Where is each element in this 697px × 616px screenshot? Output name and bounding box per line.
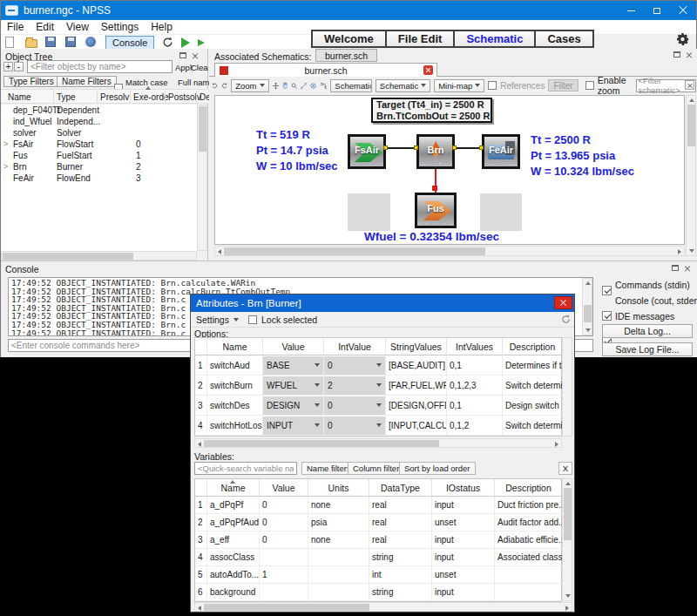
opt-col-intvalue[interactable]: IntValue <box>324 338 386 355</box>
tree-row-feair[interactable]: FeAirFlowEnd3 <box>1 173 197 185</box>
close-panel-icon[interactable] <box>193 53 198 58</box>
var-col-value[interactable]: Value <box>260 479 308 497</box>
opt-col-value[interactable]: Value <box>263 338 324 355</box>
target-annotation-box[interactable]: Target (Tt4_in) = 2500 R Brn.TtCombOut =… <box>371 98 492 123</box>
settings-menu[interactable]: Settings <box>196 315 229 325</box>
col-presolve[interactable]: Presolv <box>100 92 129 102</box>
save-icon[interactable] <box>45 37 58 48</box>
rotate-left-icon[interactable] <box>212 81 218 91</box>
commands-stdin-checkbox[interactable] <box>602 286 612 295</box>
block-fus[interactable]: Fus ment::FuelS <box>415 193 457 228</box>
assoc-schematic-tab[interactable]: burner.sch <box>315 49 377 62</box>
gear-icon[interactable] <box>677 33 689 45</box>
close-panel-icon[interactable] <box>685 266 690 271</box>
schematic-vars-button[interactable]: Schematic Va <box>330 79 372 92</box>
var-col-datatype[interactable]: DataType <box>369 479 432 497</box>
save-schematic-icon[interactable] <box>220 66 228 75</box>
schematic-canvas[interactable]: Target (Tt4_in) = 2500 R Brn.TtCombOut =… <box>214 95 685 245</box>
option-intvalue-dropdown[interactable]: 0 <box>324 416 386 436</box>
variable-value[interactable] <box>260 584 308 601</box>
col-type[interactable]: Type <box>57 92 76 102</box>
delta-log-button[interactable]: Delta Log... <box>602 324 693 338</box>
object-filter-input[interactable] <box>27 60 173 73</box>
variable-value[interactable]: 0 <box>260 497 308 514</box>
maximize-button[interactable] <box>644 1 670 20</box>
console-cout-checkbox[interactable] <box>602 311 612 321</box>
var-col-iostatus[interactable]: IOstatus <box>432 479 495 497</box>
schematic-mode-select[interactable]: Schematic <box>376 79 430 92</box>
block-feair[interactable]: FeAir ment::FlowE <box>482 134 520 169</box>
variable-value[interactable]: 0 <box>260 531 308 549</box>
expand-icon[interactable]: > <box>3 162 8 171</box>
connector-tool-icon[interactable] <box>301 81 307 91</box>
var-col-name[interactable]: Name <box>207 479 260 497</box>
run-step-icon[interactable] <box>198 39 205 46</box>
collapse-all-button[interactable]: - <box>14 62 24 71</box>
close-button[interactable] <box>670 1 696 20</box>
float-panel-icon[interactable] <box>672 265 679 271</box>
opt-col-name[interactable]: Name <box>207 338 263 355</box>
dialog-close-button[interactable] <box>554 296 572 309</box>
console-vertical-scrollbar[interactable] <box>582 278 592 335</box>
expand-icon[interactable]: > <box>3 139 8 148</box>
clear-filter-button[interactable]: Clear <box>191 63 208 72</box>
refresh-icon[interactable] <box>162 37 173 48</box>
tree-row-fus[interactable]: FusFuelStart1 <box>1 151 197 162</box>
model-icon[interactable] <box>85 37 98 48</box>
menu-edit[interactable]: Edit <box>30 21 60 33</box>
close-panel-icon[interactable] <box>687 52 692 58</box>
option-intvalue-dropdown[interactable]: 0 <box>324 396 386 416</box>
zoom-select[interactable]: Zoom <box>231 79 268 92</box>
run-icon[interactable] <box>181 37 190 48</box>
menu-help[interactable]: Help <box>145 21 179 33</box>
tree-horizontal-scrollbar[interactable] <box>1 251 197 261</box>
canvas-horizontal-scrollbar[interactable] <box>214 246 685 256</box>
option-value-dropdown[interactable]: WFUEL <box>263 376 324 396</box>
block-fsair[interactable]: FsAir ment::FlowSt <box>348 134 386 169</box>
options-vertical-scrollbar[interactable] <box>562 337 572 437</box>
minimap-select[interactable]: Mini-map <box>434 79 484 92</box>
tree-row-ind[interactable]: ind_WfuelIndepend... <box>1 117 197 128</box>
save-log-file-button[interactable]: Save Log File... <box>602 342 693 356</box>
canvas-vertical-scrollbar[interactable] <box>686 95 696 256</box>
option-intvalue-dropdown[interactable]: 2 <box>324 376 386 396</box>
open-folder-icon[interactable] <box>25 37 37 48</box>
tab-schematic[interactable]: Schematic <box>453 30 536 48</box>
save-as-icon[interactable] <box>65 37 78 48</box>
sort-by-load-order-button[interactable]: Sort by load order <box>399 462 476 475</box>
tree-row-fsair[interactable]: > FsAirFlowStart0 <box>1 139 197 151</box>
name-filters-button[interactable]: Name Filters <box>57 76 117 87</box>
opt-col-description[interactable]: Description <box>503 338 563 355</box>
hand-tool-icon[interactable] <box>282 80 288 91</box>
float-panel-icon[interactable] <box>673 51 680 58</box>
variables-horizontal-scrollbar[interactable] <box>194 602 572 612</box>
tree-row-dep[interactable]: dep_F040TtDependent <box>1 105 197 117</box>
close-doc-tab-icon[interactable] <box>423 65 433 75</box>
lock-selected-checkbox[interactable] <box>248 315 257 324</box>
option-value-dropdown[interactable]: BASE <box>263 355 324 376</box>
variable-value[interactable]: 0 <box>260 514 308 531</box>
tab-welcome[interactable]: Welcome <box>311 30 387 48</box>
pan-icon[interactable] <box>273 81 279 91</box>
tree-vertical-scrollbar[interactable] <box>197 105 207 251</box>
close-variables-button[interactable]: X <box>558 462 572 475</box>
opt-col-intvalues[interactable]: IntValues <box>447 338 503 355</box>
block-brn[interactable]: Brn ement::Burn <box>416 134 455 169</box>
schematic-links-icon[interactable] <box>321 81 328 91</box>
type-filters-button[interactable]: Type Filters <box>3 76 59 87</box>
col-exe-order[interactable]: Exe-orde <box>133 92 169 102</box>
option-intvalue-dropdown[interactable]: 0 <box>324 355 386 376</box>
zoom-select-icon[interactable] <box>291 81 297 91</box>
menu-settings[interactable]: Settings <box>95 21 145 33</box>
clear-schematic-filter-button[interactable] <box>685 80 694 90</box>
float-panel-icon[interactable] <box>179 52 186 58</box>
tree-row-solver[interactable]: solverSolver <box>1 128 197 139</box>
new-file-icon[interactable] <box>5 37 17 48</box>
schematic-doc-tab[interactable]: burner.sch <box>214 63 437 77</box>
variable-search-input[interactable] <box>194 462 297 475</box>
rotate-right-icon[interactable] <box>221 81 227 91</box>
apply-filter-button[interactable]: Apply <box>175 63 193 72</box>
var-col-units[interactable]: Units <box>308 479 369 497</box>
var-col-description[interactable]: Description <box>495 479 563 497</box>
dialog-refresh-icon[interactable] <box>561 315 571 324</box>
